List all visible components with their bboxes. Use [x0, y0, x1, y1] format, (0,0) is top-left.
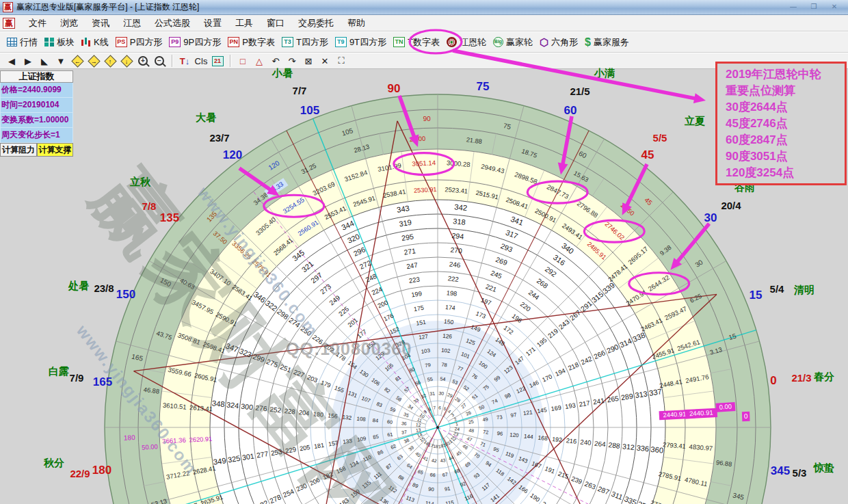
solar-term-label: 立秋 [130, 176, 150, 189]
toolbar-label: 江恩轮 [460, 36, 486, 49]
tn-table-icon: TN [393, 37, 405, 47]
menu-item-8[interactable]: 交易委托 [291, 15, 341, 31]
index-name: 上证指数 [0, 70, 73, 83]
solar-term-label: 小满 [594, 67, 615, 80]
title-bar[interactable]: 赢 赢家江恩专业版[赢家服务平台] - [上证指数 江恩轮] —❐✕ [0, 0, 848, 15]
market-grid-icon [7, 38, 17, 47]
menu-item-7[interactable]: 窗口 [260, 15, 291, 31]
degree-label: 0 [770, 374, 776, 388]
diamond-down-icon[interactable]: ↓ [119, 54, 134, 68]
degree-label: 105 [300, 104, 319, 118]
menu-item-2[interactable]: 资讯 [85, 15, 116, 31]
toolbar-button-T数字表[interactable]: TNT数字表 [390, 35, 444, 50]
screen-tool-icon[interactable]: ⛶ [334, 54, 349, 68]
menu-item-9[interactable]: 帮助 [341, 15, 372, 31]
zoom-out-icon[interactable]: − [152, 54, 167, 68]
date-label: 21/5 [570, 85, 589, 97]
toolbar-label: K线 [94, 36, 109, 49]
menu-item-4[interactable]: 公式选股 [148, 15, 197, 31]
toolbar-label: T四方形 [296, 36, 328, 49]
toolbar-button-赢家服务[interactable]: $赢家服务 [582, 35, 633, 50]
diamond-up-icon[interactable]: ↑ [103, 54, 118, 68]
close-icon[interactable]: ✕ [826, 1, 843, 12]
degree-label: 345 [771, 464, 790, 478]
menu-item-1[interactable]: 浏览 [53, 15, 85, 31]
toolbar-button-9P四方形[interactable]: P99P四方形 [166, 35, 225, 50]
hexagon-icon: ⬡ [540, 37, 548, 47]
menu-item-0[interactable]: 文件 [22, 15, 53, 31]
ps-square-icon: PS [116, 37, 127, 47]
diamond-right-icon[interactable]: → [86, 54, 101, 68]
toolbar-button-行情[interactable]: 行情 [4, 35, 42, 50]
annotation-box: 2019年江恩轮中轮重要点位测算30度2644点45度2746点60度2847点… [715, 62, 847, 185]
solar-term-label: 小暑 [272, 67, 293, 80]
application-window: 赢 赢家江恩专业版[赢家服务平台] - [上证指数 江恩轮] —❐✕ 赢 文件浏… [0, 0, 848, 504]
degree-label: 15 [750, 289, 763, 302]
calendar-icon[interactable]: 21 [210, 54, 225, 68]
calc-button-1[interactable]: 计算支撑 [37, 143, 73, 157]
triangle-tool-icon[interactable]: △ [252, 54, 267, 68]
degree-label: 75 [477, 80, 490, 94]
toolbar-label: 六角形 [551, 36, 578, 49]
minimize-icon[interactable]: — [785, 1, 801, 12]
solar-term-label: 白露 [49, 365, 69, 378]
page-down-icon[interactable]: ▼ [53, 54, 68, 68]
degree-label: 135 [160, 211, 179, 225]
rotate-cw-icon[interactable]: ↷ [284, 54, 300, 68]
toolbar-button-江恩轮[interactable]: 江恩轮 [444, 35, 490, 50]
kline-icon [81, 38, 91, 47]
date-label: 20/4 [721, 200, 741, 211]
annotation-line-6: 120度3254点 [726, 165, 845, 181]
info-row-2: 变换系数=1.00000 [0, 113, 73, 128]
toolbar-button-K线[interactable]: K线 [79, 35, 113, 50]
t-down-icon[interactable]: T↓ [177, 54, 192, 68]
boxed-x-icon[interactable]: ⊠ [301, 54, 316, 68]
annotation-line-3: 45度2746点 [726, 116, 845, 132]
prev-arrow-icon[interactable]: ◀ [4, 54, 19, 68]
app-logo-icon: 赢 [3, 2, 13, 12]
window-controls: —❐✕ [785, 1, 843, 12]
date-label: 23/8 [94, 282, 114, 294]
menu-item-6[interactable]: 工具 [228, 15, 260, 31]
degree-label: 90 [388, 82, 401, 96]
toolbar-button-板块[interactable]: 板块 [42, 35, 79, 50]
rotate-ccw-icon[interactable]: ↶ [268, 54, 283, 68]
toolbar-button-六角形[interactable]: ⬡六角形 [537, 35, 582, 50]
info-row-0: 价格=2440.9099 [0, 83, 73, 98]
degree-label: 60 [564, 104, 577, 118]
menu-item-3[interactable]: 江恩 [116, 15, 148, 31]
toolbar-label: 9T四方形 [349, 36, 386, 49]
solar-term-label: 清明 [794, 284, 814, 297]
toolbar-button-9T四方形[interactable]: T99T四方形 [332, 35, 390, 50]
date-label: 21/3 [791, 372, 811, 384]
toolbar-label: P四方形 [130, 36, 163, 49]
toolbar-separator [172, 55, 172, 67]
zoom-in-icon[interactable]: + [135, 54, 150, 68]
toolbar-label: 9P四方形 [183, 36, 221, 49]
toolbar-button-T四方形[interactable]: T3T四方形 [279, 35, 332, 50]
calc-button-0[interactable]: 计算阻力 [0, 143, 37, 157]
degree-label: 120 [223, 148, 242, 162]
square-tool-icon[interactable]: □ [235, 54, 250, 68]
degree-label: 165 [93, 375, 112, 389]
page-left-icon[interactable]: ◣ [37, 54, 52, 68]
toolbar-label: 赢家服务 [594, 36, 629, 49]
cls-button[interactable]: Cls [194, 54, 209, 68]
diamond-left-icon[interactable]: ← [70, 54, 85, 68]
info-row-3: 周天变化步长=1 [0, 128, 73, 143]
maximize-icon[interactable]: ❐ [806, 1, 822, 12]
menu-logo-icon: 赢 [3, 18, 15, 29]
toolbar-button-P数字表[interactable]: PNP数字表 [225, 35, 279, 50]
date-label: 5/3 [793, 467, 807, 479]
menu-item-5[interactable]: 设置 [197, 15, 228, 31]
winner-wheel-icon: Big [493, 37, 503, 47]
date-label: 22/9 [70, 468, 90, 479]
window-title: 赢家江恩专业版[赢家服务平台] - [上证指数 江恩轮] [16, 1, 199, 13]
menu-bar: 赢 文件浏览资讯江恩公式选股设置工具窗口交易委托帮助 [0, 15, 848, 31]
toolbar-button-赢家轮[interactable]: Big赢家轮 [490, 35, 537, 50]
resize-x-icon[interactable]: ✕ [317, 54, 332, 68]
winner-service-icon: $ [585, 37, 591, 47]
next-arrow-icon[interactable]: ▶ [21, 54, 36, 68]
toolbar-button-P四方形[interactable]: PSP四方形 [113, 35, 167, 50]
info-row-1: 时间=20190104 [0, 98, 73, 113]
